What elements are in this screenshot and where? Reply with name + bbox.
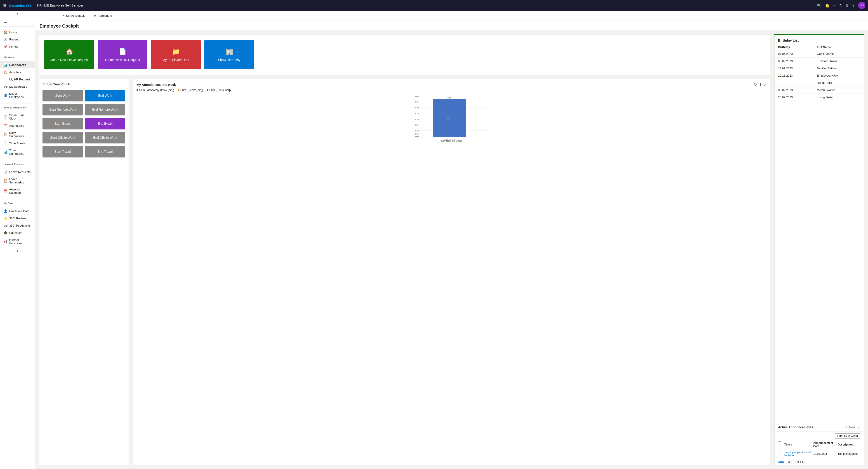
add-icon[interactable]: + (833, 3, 835, 7)
start-remote-work-button[interactable]: Start Remote Work (42, 104, 83, 115)
sidebar-scroll-up[interactable]: ▲ (0, 11, 35, 16)
filter-date-icon[interactable]: ⌄ (834, 443, 836, 446)
forward-button[interactable]: → (47, 13, 54, 19)
hr-request-icon: 📄 (4, 77, 7, 81)
end-work-button[interactable]: End Work (85, 90, 125, 101)
expand-attendance-icon[interactable]: ⤢ (764, 82, 767, 87)
start-work-button[interactable]: Start Work (42, 90, 83, 101)
page-title-chevron-icon[interactable]: ⌄ (81, 24, 83, 28)
ann-add-icon[interactable]: + (845, 425, 847, 429)
start-offsite-work-button[interactable]: Start Offsite Work (42, 132, 83, 143)
sidebar-item-recent[interactable]: 🕐 Recent ⌄ (0, 36, 35, 43)
ann-more-icon[interactable]: ⋮ (857, 425, 860, 429)
legend-breaks: Sum (Breaks [hrs]) (178, 89, 203, 92)
attendance-icon: 📅 (4, 124, 7, 127)
svg-text:0,37: 0,37 (447, 117, 452, 120)
settings-icon[interactable]: ⚙ (846, 3, 849, 8)
sidebar-item-time-sheets[interactable]: 📄 Time Sheets (0, 140, 35, 147)
sidebar-label-sheets: Time Sheets (9, 142, 26, 145)
sidebar-item-hr-request[interactable]: 📄 My HR Request (0, 76, 35, 83)
sidebar-item-education[interactable]: 🎓 Education (0, 229, 35, 236)
end-offsite-work-button[interactable]: End Offsite Work (85, 132, 125, 143)
sidebar-item-dashboards[interactable]: 📊 Dashboards (0, 61, 35, 68)
sidebar-item-activities[interactable]: 📋 Activities (0, 68, 35, 76)
sidebar-item-360-feedbacks[interactable]: 💬 360° Feedbacks (0, 222, 35, 229)
bottom-panels: Virtual Time Clock Start Work End Work S… (39, 79, 770, 465)
next-page-button[interactable]: ▶ (802, 461, 804, 464)
sidebar-item-internal-vacancies[interactable]: 📢 Internal Vacancies (0, 236, 35, 247)
end-remote-work-button[interactable]: End Remote Work (85, 104, 125, 115)
app-title: HR HUB Employee Self-Services (37, 4, 84, 7)
vtc-title: Virtual Time Clock (42, 82, 125, 86)
refresh-button[interactable]: ↻ Refresh All (91, 13, 114, 19)
birthday-date: 18.09.2023 (774, 65, 813, 72)
prev-page-button[interactable]: ◀ (787, 461, 789, 464)
content-area: 🏠 Create New Leave Request 📄 Create New … (35, 31, 868, 469)
action-create-leave[interactable]: 🏠 Create New Leave Request (44, 40, 94, 69)
birthday-date: 07.04.2023 (774, 51, 813, 58)
sidebar-item-attendance[interactable]: 📅 Attendance (0, 122, 35, 129)
back-button[interactable]: ← (39, 13, 46, 19)
ann-item-checkbox[interactable] (778, 452, 781, 455)
ann-select-all-checkbox[interactable] (778, 441, 781, 444)
help-icon[interactable]: ? (852, 3, 855, 7)
svg-text:0,15: 0,15 (414, 124, 418, 126)
birthday-table: Birthday Full Name 07.04.2023Gans, Marti… (774, 44, 864, 101)
checkmark-icon: ✓ (62, 14, 65, 18)
set-default-button[interactable]: ✓ Set As Default (59, 13, 87, 19)
birthday-name: Employee, HRM (813, 72, 864, 79)
sidebar-item-absence-calendar[interactable]: 📅 Absence Calendar (0, 186, 35, 196)
sort-up-icon[interactable]: ↑ (791, 443, 792, 446)
sidebar-item-leave-summaries[interactable]: 📋 Leave Summaries (0, 175, 35, 186)
sidebar-item-360-review[interactable]: ⭐ 360° Review (0, 214, 35, 222)
action-create-hr[interactable]: 📄 Create New HR Request (98, 40, 147, 69)
sidebar-item-employee-data[interactable]: 👤 Employee Data (0, 207, 35, 214)
filter-desc-icon[interactable]: ⌄ (854, 443, 856, 446)
grid-icon[interactable]: ⊞ (3, 3, 6, 8)
birthday-date: 06.09.2023 (774, 58, 813, 65)
attendance-panel: My Attendances this week ↻ ⬇ ⤢ Sum (Mand… (133, 79, 770, 465)
sidebar-item-daily-summaries[interactable]: 📋 Daily Summaries (0, 129, 35, 140)
sidebar-item-employees[interactable]: 👤 List of Employees (0, 90, 35, 101)
sidebar-item-pinned[interactable]: 📌 Pinned ⌄ (0, 43, 35, 50)
ann-new-label[interactable]: New (849, 425, 855, 429)
announcements-chevron-icon[interactable]: ⌄ (841, 426, 844, 429)
refresh-attendance-icon[interactable]: ↻ (754, 82, 757, 87)
sidebar-item-vtc[interactable]: 🕐 Virtual Time Clock (0, 111, 35, 122)
sidebar-hamburger[interactable]: ☰ (0, 16, 35, 27)
sidebar-item-home[interactable]: 🏠 Home (0, 29, 35, 36)
action-employee-data[interactable]: 📁 My Employee Data (151, 40, 201, 69)
attendance-header: My Attendances this week ↻ ⬇ ⤢ (136, 82, 767, 87)
ann-col-title-header: Title ↑ ⌄ (784, 441, 811, 448)
birthday-scroll[interactable]: Birthday Full Name 07.04.2023Gans, Marti… (774, 44, 864, 423)
start-travel-button[interactable]: Start Travel (42, 146, 83, 158)
filter-icon[interactable]: ⚗ (839, 3, 842, 8)
filter-keyword-button[interactable]: Filter by keyword (835, 433, 860, 439)
abc-label: ABC (778, 461, 784, 464)
chart-x-label: Day (Record Date) (136, 139, 767, 142)
sidebar-scroll-down[interactable]: ▼ (0, 248, 35, 254)
ann-row-title[interactable]: Employee pictures will be taker (784, 451, 811, 457)
birthday-date: 05.02.2023 (774, 87, 813, 94)
sidebar-item-time-summaries[interactable]: 📊 Time Summaries (0, 147, 35, 157)
main-content: ← → ✓ Set As Default ↻ Refresh All Emplo… (35, 11, 868, 469)
education-icon: 🎓 (4, 231, 7, 234)
notification-icon[interactable]: 🔔 (825, 3, 830, 8)
ann-row-checkbox[interactable] (778, 452, 782, 456)
end-break-button[interactable]: End Break (85, 118, 125, 129)
download-attendance-icon[interactable]: ⬇ (759, 82, 762, 87)
ann-row-description: The photographe (838, 452, 860, 456)
start-break-button[interactable]: Start Break (42, 118, 83, 129)
end-travel-button[interactable]: End Travel (85, 146, 125, 158)
top-nav: ⊞ Dynamics 365 HR HUB Employee Self-Serv… (0, 0, 868, 11)
svg-text:0,40: 0,40 (414, 95, 418, 97)
sidebar-item-leave-requests[interactable]: 📝 Leave Requests (0, 168, 35, 175)
hr-card-icon: 📄 (119, 48, 127, 55)
user-avatar[interactable]: HH (858, 2, 865, 9)
search-icon[interactable]: 🔍 (817, 3, 822, 8)
svg-text:0,00: 0,00 (447, 97, 452, 99)
home-icon: 🏠 (4, 30, 7, 34)
action-show-hierarchy[interactable]: 🏢 Show Hierarchy (204, 40, 254, 69)
sidebar-item-scorecard[interactable]: 💬 My Scorecard (0, 83, 35, 90)
filter-title-icon[interactable]: ⌄ (793, 443, 795, 446)
